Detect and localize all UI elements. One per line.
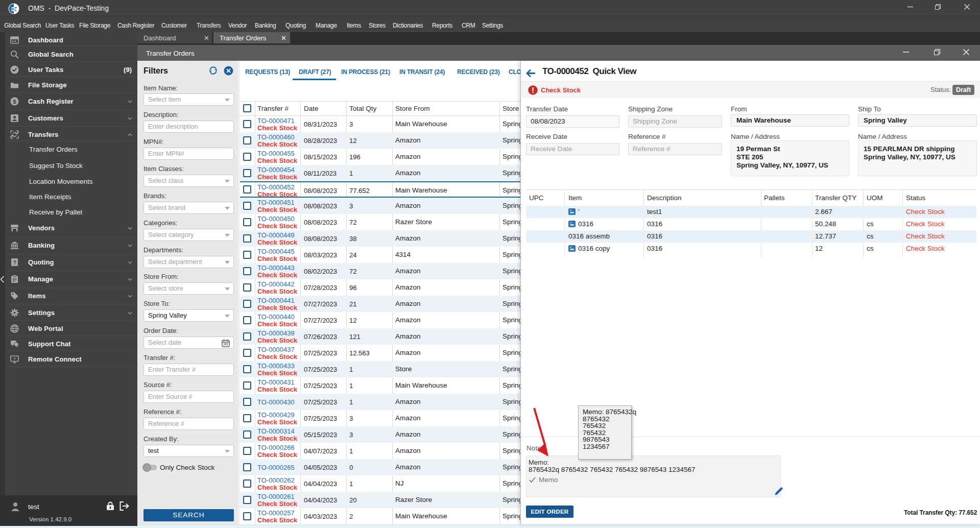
svg-text:?: ? [13,259,16,266]
svg-text:$: $ [13,99,16,105]
